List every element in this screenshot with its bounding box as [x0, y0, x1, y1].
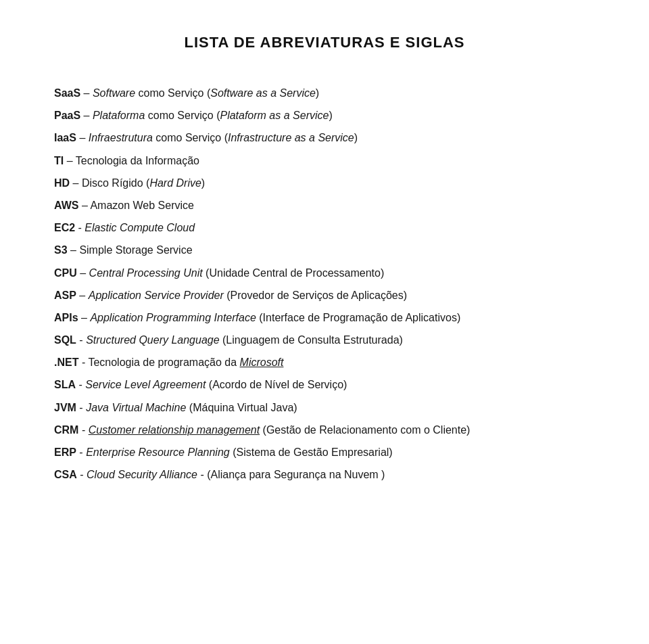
abbr-secondary-paas: Plataform as a Service: [220, 110, 329, 121]
abbr-secondary-saas: Software as a Service: [210, 87, 316, 99]
list-item: CSA - Cloud Security Alliance - (Aliança…: [54, 465, 595, 484]
list-item: TI – Tecnologia da Informação: [54, 152, 595, 170]
abbr-key-dotnet: .NET: [54, 356, 78, 368]
abbr-separator: -: [78, 379, 85, 390]
abbr-main-csa: Cloud Security Alliance: [87, 469, 197, 480]
abbr-main-paas: Plataforma: [93, 110, 145, 121]
abbr-key-ec2: EC2: [54, 222, 75, 233]
abbr-key-cpu: CPU: [54, 267, 77, 279]
abbr-key-crm: CRM: [54, 424, 78, 436]
abbr-rest-asp: (Provedor de Serviços de Aplicações): [224, 290, 407, 301]
abbr-main-sla: Service Level Agreement: [85, 379, 206, 390]
abbr-key-s3: S3: [54, 244, 68, 256]
abbr-separator: -: [78, 222, 85, 233]
abbr-text-s3: Simple Storage Service: [79, 244, 192, 256]
abbr-separator: –: [70, 244, 79, 256]
abbr-separator: -: [79, 402, 86, 413]
abbreviation-list: SaaS – Software como Serviço (Software a…: [54, 84, 595, 484]
abbr-separator: –: [81, 312, 90, 323]
abbr-separator: –: [84, 110, 93, 121]
abbr-main-cpu: Central Processing Unit: [89, 267, 203, 279]
list-item: CRM - Customer relationship management (…: [54, 421, 595, 439]
list-item: JVM - Java Virtual Machine (Máquina Virt…: [54, 398, 595, 417]
list-item: CPU – Central Processing Unit (Unidade C…: [54, 264, 595, 282]
list-item: AWS – Amazon Web Service: [54, 196, 595, 214]
abbr-separator: –: [80, 267, 89, 279]
abbr-separator: -: [79, 446, 86, 458]
list-item: ERP - Enterprise Resource Planning (Sist…: [54, 443, 595, 461]
list-item: SaaS – Software como Serviço (Software a…: [54, 84, 595, 102]
abbr-secondary-hd: Hard Drive: [149, 177, 201, 189]
page-title: LISTA DE ABREVIATURAS E SIGLAS: [54, 34, 595, 51]
list-item: PaaS – Plataforma como Serviço (Platafor…: [54, 106, 595, 124]
abbr-rest-apis: (Interface de Programação de Aplicativos…: [256, 312, 460, 323]
abbr-rest-crm: (Gestão de Relacionamento com o Cliente): [260, 424, 470, 436]
abbr-key-hd: HD: [54, 177, 70, 189]
abbr-separator: –: [82, 200, 90, 211]
abbr-main-apis: Application Programming Interface: [90, 312, 256, 323]
abbr-main-sql: Structured Query Language: [86, 334, 219, 346]
abbr-separator: –: [79, 132, 88, 143]
abbr-separator: -: [82, 424, 89, 436]
abbr-key-ti: TI: [54, 155, 64, 166]
abbr-key-erp: ERP: [54, 446, 76, 458]
abbr-separator: –: [79, 290, 88, 301]
list-item: .NET - Tecnologia de programação da Micr…: [54, 353, 595, 371]
abbr-rest-sla: (Acordo de Nível de Serviço): [206, 379, 347, 390]
abbr-separator: –: [67, 155, 76, 166]
abbr-main-dotnet: Tecnologia de programação da: [88, 356, 239, 368]
list-item: EC2 - Elastic Compute Cloud: [54, 218, 595, 237]
abbr-key-csa: CSA: [54, 469, 77, 480]
abbr-separator: -: [82, 356, 88, 368]
abbr-key-asp: ASP: [54, 290, 76, 301]
abbr-key-sla: SLA: [54, 379, 76, 390]
list-item: SQL - Structured Query Language (Linguag…: [54, 331, 595, 349]
abbr-main-hd: Disco Rígido (: [82, 177, 149, 189]
abbr-main-iaas: Infraestrutura: [89, 132, 153, 143]
abbr-rest-csa: - (Aliança para Segurança na Nuvem ): [197, 469, 385, 480]
abbr-key-saas: SaaS: [54, 87, 80, 99]
abbr-key-aws: AWS: [54, 200, 78, 211]
abbr-text-ec2: Elastic Compute Cloud: [85, 222, 195, 233]
abbr-main-jvm: Java Virtual Machine: [86, 402, 186, 413]
abbr-secondary-iaas: Infrastructure as a Service: [228, 132, 354, 143]
abbr-key-iaas: IaaS: [54, 132, 76, 143]
list-item: APIs – Application Programming Interface…: [54, 308, 595, 327]
list-item: ASP – Application Service Provider (Prov…: [54, 286, 595, 304]
abbr-rest-sql: (Linguagem de Consulta Estruturada): [220, 334, 403, 346]
abbr-text-ti: Tecnologia da Informação: [76, 155, 199, 166]
list-item: S3 – Simple Storage Service: [54, 241, 595, 259]
abbr-secondary-dotnet: Microsoft: [240, 356, 284, 368]
abbr-main-crm: Customer relationship management: [89, 424, 260, 436]
list-item: IaaS – Infraestrutura como Serviço (Infr…: [54, 129, 595, 147]
abbr-text-aws: Amazon Web Service: [90, 200, 194, 211]
abbr-separator: -: [80, 469, 87, 480]
abbr-separator: –: [73, 177, 82, 189]
abbr-main-saas: Software: [93, 87, 135, 99]
abbr-rest-jvm: (Máquina Virtual Java): [186, 402, 297, 413]
list-item: SLA - Service Level Agreement (Acordo de…: [54, 375, 595, 394]
list-item: HD – Disco Rígido (Hard Drive): [54, 174, 595, 192]
abbr-rest-cpu: (Unidade Central de Processamento): [203, 267, 385, 279]
abbr-key-jvm: JVM: [54, 402, 76, 413]
abbr-main-erp: Enterprise Resource Planning: [86, 446, 230, 458]
abbr-key-apis: APIs: [54, 312, 78, 323]
abbr-separator: –: [84, 87, 93, 99]
abbr-main-asp: Application Service Provider: [89, 290, 224, 301]
abbr-key-paas: PaaS: [54, 110, 80, 121]
abbr-separator: -: [79, 334, 86, 346]
abbr-rest-erp: (Sistema de Gestão Empresarial): [230, 446, 393, 458]
abbr-key-sql: SQL: [54, 334, 76, 346]
